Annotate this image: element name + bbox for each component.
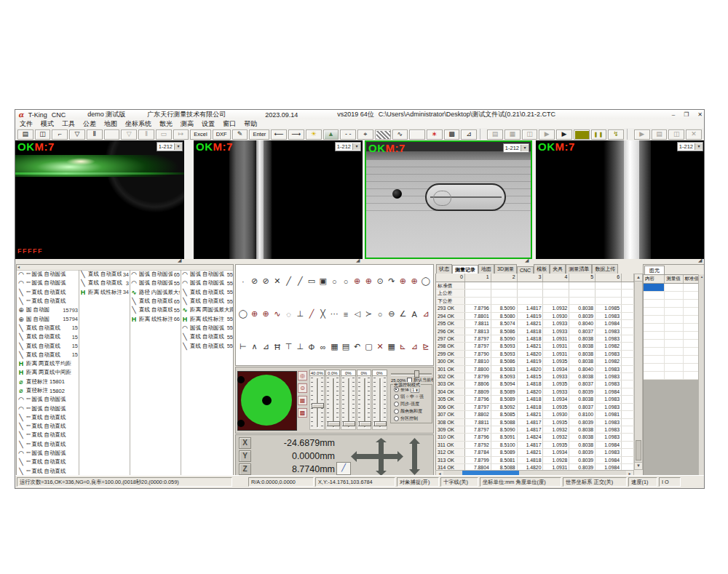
slider-track[interactable]	[341, 376, 356, 430]
slider-thumb[interactable]	[328, 421, 340, 426]
camera-pane-2[interactable]: OKM:7 1-212▾	[194, 140, 363, 259]
measure-tool-icon[interactable]: ✕	[272, 276, 283, 286]
measure-tool-icon[interactable]: ≻	[363, 309, 375, 319]
menu-item-散光[interactable]: 散光	[159, 119, 173, 129]
light-mode-radio[interactable]: 颜色饱和度	[394, 408, 431, 415]
table-row[interactable]: 313 OK7.87998.50811.48181.09280.80391.09…	[436, 457, 634, 464]
slider-track[interactable]	[325, 376, 341, 430]
slider-thumb[interactable]	[359, 421, 371, 426]
table-row[interactable]: 306 OK7.87978.50921.48181.09350.80371.09…	[436, 404, 634, 411]
jog-arrows[interactable]	[351, 438, 424, 477]
table-row[interactable]: 312 OK7.87848.50891.48211.09340.80391.09…	[436, 449, 634, 456]
element-row[interactable]	[644, 372, 699, 380]
vscroll-thumb[interactable]	[636, 440, 641, 461]
measure-tool-icon[interactable]: ⊿	[408, 342, 420, 351]
element-row[interactable]	[644, 348, 699, 356]
matrix-button[interactable]: ▩	[444, 129, 460, 140]
light-channel-slider[interactable]: 0%	[341, 370, 356, 432]
measure-tool-icon[interactable]: Ħ	[272, 343, 283, 351]
measure-tool-icon[interactable]: ◌	[283, 310, 295, 319]
list-item[interactable]: ╲直线自动直线15	[17, 351, 79, 359]
maximize-button[interactable]: ❐	[684, 111, 689, 118]
measure-tool-icon[interactable]: ⊘	[260, 276, 272, 286]
tab-测量清单[interactable]: 测量清单	[566, 264, 592, 274]
measure-tool-icon[interactable]: ◯	[420, 276, 432, 286]
measure-tool-icon[interactable]: ·	[237, 277, 249, 286]
tab-地图[interactable]: 地图	[478, 264, 494, 274]
list-item[interactable]: ∿距离两圆弧最大距	[181, 306, 234, 314]
menu-item-文件[interactable]: 文件	[20, 119, 33, 129]
menu-item-模式[interactable]: 模式	[41, 119, 54, 129]
measure-tool-icon[interactable]: ◯	[237, 309, 249, 319]
list-item[interactable]: ◠圆弧自动圆弧55	[181, 324, 234, 332]
light-channel-slider[interactable]: 40.0%	[309, 370, 325, 432]
camera2-lens-select[interactable]: 1-212▾	[335, 142, 361, 151]
enter-button[interactable]: Enter	[249, 129, 269, 140]
measure-tool-icon[interactable]: ✕	[374, 342, 386, 351]
list-item[interactable]: ◠圆弧自动圆弧55	[181, 270, 234, 279]
measure-tool-icon[interactable]: ∠	[397, 309, 409, 319]
table-row[interactable]: 294 OK7.88018.50801.48191.09300.80391.09…	[436, 313, 634, 320]
list-item[interactable]: ◠***圆弧自动圆弧	[17, 449, 79, 458]
measure-tool-icon[interactable]: ╱	[306, 309, 317, 319]
clamp-tool-button[interactable]: Ⅱ	[87, 129, 103, 140]
element-row[interactable]	[644, 340, 699, 348]
list-item[interactable]: ◠***圆弧自动圆弧	[17, 270, 79, 279]
measure-tool-icon[interactable]: ◁	[352, 309, 363, 319]
table-row[interactable]: 310 OK7.87968.50911.48241.09320.80381.09…	[436, 434, 634, 441]
list-item[interactable]: ╲***直线自动直线	[17, 458, 79, 466]
element-vscrollbar[interactable]: ▴	[698, 274, 705, 477]
tab-3D测量[interactable]: 3D测量	[494, 264, 517, 274]
element-row[interactable]	[644, 324, 699, 332]
list-item[interactable]: ╲直线自动直线55	[130, 306, 181, 314]
list-item[interactable]: ╲直线自动直线55	[181, 297, 234, 306]
measure-tool-icon[interactable]: ⊤	[283, 342, 295, 351]
element-row[interactable]	[644, 300, 699, 308]
resize-grip-icon[interactable]: ◢	[178, 258, 181, 263]
camera3-lens-select[interactable]: 1-212▾	[503, 143, 529, 153]
list-item[interactable]: ╲直线自动直线15	[17, 332, 79, 341]
measure-tool-icon[interactable]: ⊕	[352, 276, 363, 286]
table-row[interactable]: 301 OK7.88008.50831.48201.09340.80401.09…	[436, 366, 634, 373]
table-row[interactable]: 308 OK7.88118.50881.48171.09350.80391.09…	[436, 419, 634, 426]
list-item[interactable]: ╲***直线自动直线	[17, 422, 79, 431]
save-button[interactable]: ▤	[17, 129, 33, 140]
menu-item-测高[interactable]: 测高	[181, 119, 194, 129]
list-item[interactable]: ◠***圆弧自动圆弧	[17, 279, 79, 287]
camera-pane-3-selected[interactable]: OKM:7 1-212▾	[365, 140, 532, 259]
surface-button[interactable]: ▲	[323, 129, 339, 140]
camera-pane-1[interactable]: OKM:7 1-212▾ FFFFF	[15, 140, 184, 259]
table-row[interactable]: 300 OK7.88108.50861.48191.09350.80381.09…	[436, 358, 634, 365]
slider-thumb[interactable]	[374, 421, 387, 426]
arrow-left-button[interactable]: ⟵	[271, 129, 287, 140]
measure-tool-icon[interactable]: ∞	[317, 343, 329, 351]
open-button[interactable]: ◫	[35, 129, 51, 140]
table-row[interactable]: 296 OK7.88138.50861.48181.09330.80371.09…	[436, 328, 634, 335]
list-item[interactable]: H距离两直线平均距	[17, 359, 79, 368]
element-row[interactable]	[644, 292, 699, 300]
slider-track[interactable]	[372, 376, 387, 430]
dxf-export-button[interactable]: DXF	[213, 129, 231, 140]
element-row[interactable]	[644, 332, 699, 340]
list-item[interactable]: ╲直线自动直线15	[17, 324, 79, 332]
laser-button[interactable]: ∗	[427, 129, 443, 140]
measure-tool-icon[interactable]: ⊕	[249, 309, 261, 319]
picker-button[interactable]: ⌖	[357, 129, 373, 140]
results-vscrollbar[interactable]: ▲ ▼	[634, 274, 643, 470]
list-item[interactable]: H距离线性标注55	[181, 314, 234, 323]
execute-button[interactable]: ↯	[608, 129, 624, 140]
arrow-right-button[interactable]: ⟶	[288, 129, 304, 140]
light-mode-radio[interactable]: 弱 ○ 中 ○ 强	[394, 394, 431, 400]
measure-tool-icon[interactable]: ╳	[317, 309, 329, 319]
measure-tool-icon[interactable]: ⋯	[329, 309, 341, 319]
slider-track[interactable]	[309, 376, 325, 430]
dash-button[interactable]: - -	[340, 129, 356, 140]
measure-tool-icon[interactable]: ↶	[352, 342, 363, 351]
measure-tool-icon[interactable]: ⊾	[397, 342, 409, 351]
measure-tool-icon[interactable]: ○	[340, 277, 352, 286]
measure-tool-icon[interactable]: ⊿	[420, 309, 432, 319]
measure-tool-icon[interactable]: ⊕	[408, 276, 420, 286]
measure-tool-icon[interactable]: ⊕	[363, 276, 375, 286]
table-row[interactable]: 295 OK7.88118.50741.48211.09330.80401.09…	[436, 320, 634, 327]
ring-light-control[interactable]	[237, 371, 297, 431]
